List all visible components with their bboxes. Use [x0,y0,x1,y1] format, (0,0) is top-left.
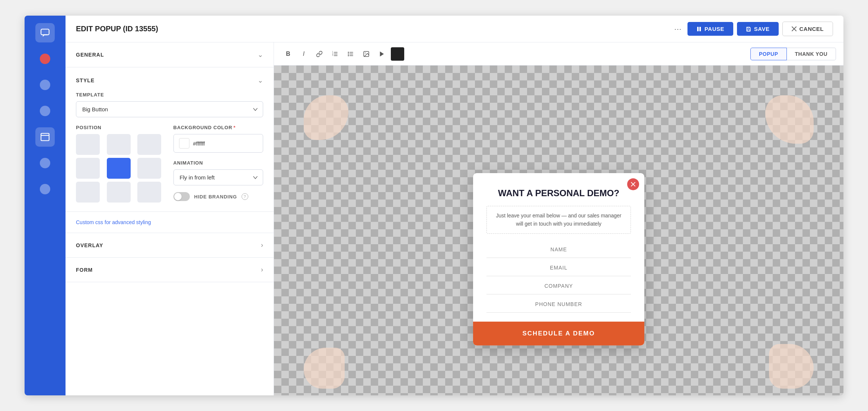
topbar: EDIT POPUP (ID 13555) ⋯ PAUSE SAVE CANCE… [66,16,843,42]
dot1 [40,80,50,90]
phone-field[interactable] [486,296,631,313]
hide-branding-label: HIDE BRANDING [194,194,237,200]
color-picker-swatch[interactable] [391,47,404,61]
overlay-label: OVERLAY [76,242,103,248]
company-field[interactable] [486,278,631,294]
sidebar [25,16,66,395]
pause-button[interactable]: PAUSE [687,22,733,36]
sidebar-icon-browser[interactable] [35,127,55,147]
popup-close-button[interactable] [627,178,639,190]
sidebar-icon-dot3[interactable] [35,153,55,173]
page-title: EDIT POPUP (ID 13555) [76,25,666,33]
main-content: EDIT POPUP (ID 13555) ⋯ PAUSE SAVE CANCE… [66,16,843,395]
popup-tab[interactable]: POPUP [750,48,787,60]
name-field[interactable] [486,241,631,258]
popup-title: WANT A PERSONAL DEMO? [486,188,631,198]
svg-rect-0 [41,29,49,35]
sidebar-icon-dot1[interactable] [35,75,55,95]
general-chevron-icon: ⌄ [258,51,263,59]
video-button[interactable] [375,47,389,61]
svg-rect-6 [747,27,749,28]
dot2 [40,106,50,116]
position-cell-ml[interactable] [76,158,100,179]
position-cell-tc[interactable] [107,134,131,155]
position-cell-bc[interactable] [107,182,131,203]
toggle-knob [174,193,182,200]
bg-animation-col: BACKGROUND COLOR* #ffffff ANIMATION [173,125,264,203]
svg-point-22 [365,52,366,53]
red-dot [40,54,50,64]
template-select[interactable]: Big Button [76,101,263,117]
right-panel: B I 123 [274,42,843,395]
thankyou-tab[interactable]: THANK YOU [787,48,836,60]
position-grid [76,134,165,203]
body-area: GENERAL ⌄ STYLE ⌄ TEMPLATE Big Button [66,42,843,395]
svg-point-20 [348,55,349,56]
style-chevron-icon: ⌄ [258,76,263,85]
bg-color-required: * [233,125,236,130]
cancel-button[interactable]: CANCEL [782,22,833,36]
position-bg-row: POSITION [76,125,263,203]
blob-tl [304,95,348,140]
sidebar-icon-chat[interactable] [35,23,55,42]
position-field: POSITION [76,125,166,203]
topbar-actions: ⋯ PAUSE SAVE CANCEL [672,22,833,36]
template-label: TEMPLATE [76,92,263,98]
sidebar-icon-dot2[interactable] [35,101,55,121]
link-button[interactable] [313,47,326,61]
general-section-header[interactable]: GENERAL ⌄ [66,42,274,67]
position-cell-bl[interactable] [76,182,100,203]
email-field[interactable] [486,259,631,276]
color-field[interactable]: #ffffff [173,134,264,153]
blob-br [769,344,814,389]
canvas-toolbar: B I 123 [274,42,843,66]
ordered-list-button[interactable]: 123 [328,47,342,61]
svg-rect-4 [699,27,701,31]
position-cell-tr[interactable] [137,134,161,155]
color-swatch [179,138,189,149]
help-icon[interactable]: ? [242,193,248,200]
style-section-header[interactable]: STYLE ⌄ [76,76,263,92]
blob-bl [304,348,345,389]
general-label: GENERAL [76,52,104,58]
position-cell-mc[interactable] [107,158,131,179]
dot4 [40,184,50,194]
position-label: POSITION [76,125,166,130]
sidebar-icon-dot4[interactable] [35,179,55,199]
position-cell-tl[interactable] [76,134,100,155]
animation-label: ANIMATION [173,160,264,166]
custom-css-link[interactable]: Custom css for advanced styling [66,212,274,233]
svg-rect-5 [747,29,750,31]
save-button[interactable]: SAVE [737,22,779,36]
unordered-list-button[interactable] [344,47,357,61]
canvas-tabs: POPUP THANK YOU [750,48,836,60]
bold-button[interactable]: B [281,47,295,61]
style-label: STYLE [76,77,95,83]
svg-text:3: 3 [332,54,334,56]
svg-rect-3 [697,27,699,31]
position-cell-mr[interactable] [137,158,161,179]
style-section: STYLE ⌄ TEMPLATE Big Button POSITION [66,67,274,212]
overlay-section-header[interactable]: OVERLAY › [66,233,274,258]
sidebar-icon-red-dot[interactable] [35,49,55,68]
cta-button[interactable]: SCHEDULE A DEMO [473,322,644,345]
italic-button[interactable]: I [297,47,310,61]
animation-select[interactable]: Fly in from left [173,169,264,185]
hide-branding-toggle[interactable] [173,192,190,201]
popup-body: WANT A PERSONAL DEMO? Just leave your em… [473,173,644,314]
svg-marker-23 [380,51,384,57]
more-options-button[interactable]: ⋯ [672,23,684,35]
animation-field: ANIMATION Fly in from left [173,160,264,185]
bg-color-label: BACKGROUND COLOR* [173,125,264,130]
image-button[interactable] [360,47,373,61]
position-cell-br[interactable] [137,182,161,203]
bg-color-field: BACKGROUND COLOR* #ffffff [173,125,264,153]
dot3 [40,158,50,168]
form-section-header[interactable]: FORM › [66,258,274,282]
overlay-chevron-icon: › [261,241,263,249]
blob-tr [765,95,814,144]
svg-point-18 [348,52,349,53]
left-panel: GENERAL ⌄ STYLE ⌄ TEMPLATE Big Button [66,42,274,395]
popup-desc: Just leave your email below — and our sa… [486,206,631,234]
template-field: TEMPLATE Big Button [76,92,263,117]
